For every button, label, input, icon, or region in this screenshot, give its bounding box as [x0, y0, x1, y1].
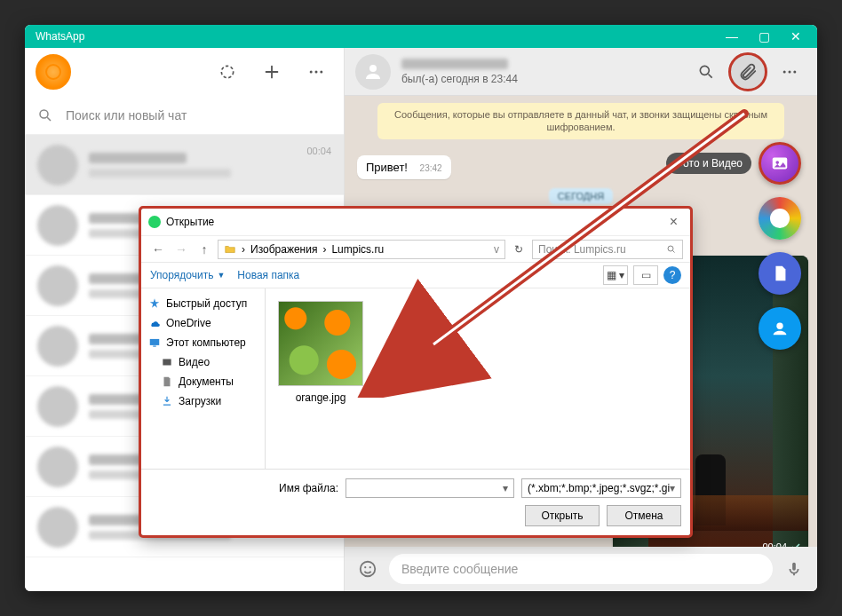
last-seen: был(-а) сегодня в 23:44: [401, 73, 679, 85]
new-folder-button[interactable]: Новая папка: [237, 269, 299, 281]
dialog-navbar: ← → ↑ › Изображения › Lumpics.ru v ↻ Пои…: [141, 235, 690, 262]
search-placeholder: Поиск или новый чат: [66, 108, 187, 122]
svg-point-11: [775, 161, 779, 164]
file-name: orange.jpg: [278, 391, 363, 404]
chat-menu-icon[interactable]: [773, 55, 806, 89]
message-input-placeholder: Введите сообщение: [401, 562, 518, 576]
close-button[interactable]: ✕: [780, 29, 812, 43]
open-button[interactable]: Открыть: [525, 505, 600, 526]
svg-rect-20: [163, 359, 171, 366]
cancel-button[interactable]: Отмена: [607, 505, 681, 526]
dialog-title: Открытие: [166, 216, 214, 228]
svg-rect-18: [150, 339, 160, 345]
dialog-footer: Имя файла: ▾ (*.xbm;*.bmp;*.jpeg;*.svgz;…: [141, 469, 690, 535]
app-window: WhatsApp — ▢ ✕ Поиск или нов: [25, 25, 817, 591]
attach-document-button[interactable]: [759, 252, 801, 295]
attach-contact-button[interactable]: [759, 307, 801, 350]
day-separator: СЕГОДНЯ: [549, 188, 613, 204]
file-thumbnail[interactable]: orange.jpg: [278, 301, 363, 404]
my-avatar[interactable]: [36, 54, 71, 90]
menu-icon[interactable]: [299, 55, 333, 89]
status-icon[interactable]: [210, 55, 244, 89]
search-in-chat-icon[interactable]: [689, 55, 723, 89]
message-input[interactable]: Введите сообщение: [389, 554, 773, 584]
filetype-combo[interactable]: (*.xbm;*.bmp;*.jpeg;*.svgz;*.gi▾: [521, 478, 681, 498]
dialog-titlebar: Открытие ×: [141, 209, 690, 235]
thumbnail-image: [278, 301, 363, 386]
dialog-search[interactable]: Поиск: Lumpics.ru: [532, 240, 683, 259]
tree-downloads[interactable]: Загрузки: [145, 391, 261, 411]
chat-time: 00:04: [306, 146, 331, 156]
tree-this-pc[interactable]: Этот компьютер: [145, 333, 261, 352]
chat-header: был(-а) сегодня в 23:44: [345, 48, 817, 96]
svg-point-1: [310, 71, 313, 74]
titlebar: WhatsApp — ▢ ✕: [25, 25, 817, 48]
contact-avatar[interactable]: [355, 54, 391, 90]
breadcrumb-leaf[interactable]: Lumpics.ru: [331, 243, 384, 256]
svg-point-9: [793, 70, 796, 73]
svg-point-0: [221, 66, 233, 77]
attach-button[interactable]: [728, 52, 767, 91]
folder-tree[interactable]: Быстрый доступ OneDrive Этот компьютер В…: [141, 288, 266, 469]
new-chat-icon[interactable]: [255, 55, 289, 89]
chat-item[interactable]: 00:04: [25, 135, 344, 195]
help-button[interactable]: ?: [663, 266, 681, 284]
filename-input[interactable]: ▾: [346, 478, 514, 498]
video-duration: 00:04: [762, 541, 801, 547]
whatsapp-icon: [148, 216, 161, 228]
svg-rect-19: [153, 346, 156, 347]
svg-point-3: [320, 71, 322, 74]
sidebar-header: [25, 48, 344, 96]
svg-point-13: [361, 562, 376, 577]
tree-documents[interactable]: Документы: [145, 372, 261, 391]
nav-up-button[interactable]: ↑: [195, 242, 214, 257]
breadcrumb-root[interactable]: Изображения: [250, 243, 317, 256]
svg-point-12: [776, 323, 782, 329]
dialog-search-placeholder: Поиск: Lumpics.ru: [538, 243, 626, 256]
file-open-dialog: Открытие × ← → ↑ › Изображения › Lumpics…: [140, 208, 691, 536]
message-input-bar: Введите сообщение: [345, 547, 817, 591]
mic-icon[interactable]: [782, 557, 806, 581]
attach-photo-tooltip: Фото и Видео: [666, 153, 751, 174]
svg-point-4: [40, 110, 48, 118]
filename-label: Имя файла:: [279, 482, 338, 494]
nav-back-button[interactable]: ←: [148, 242, 168, 257]
svg-point-14: [364, 566, 366, 568]
preview-pane-button[interactable]: ▭: [633, 265, 658, 285]
refresh-button[interactable]: ↻: [509, 243, 528, 256]
svg-point-7: [783, 70, 786, 73]
contact-name: [401, 59, 508, 69]
svg-point-2: [315, 71, 318, 74]
attach-photo-video-button[interactable]: [759, 142, 801, 185]
tree-onedrive[interactable]: OneDrive: [145, 313, 261, 333]
dialog-toolbar: Упорядочить ▼ Новая папка ▦ ▾ ▭ ?: [141, 262, 690, 288]
nav-forward-button[interactable]: →: [171, 242, 191, 257]
emoji-icon[interactable]: [355, 557, 380, 581]
maximize-button[interactable]: ▢: [748, 29, 780, 43]
svg-point-6: [700, 66, 709, 75]
organize-menu[interactable]: Упорядочить ▼: [150, 269, 225, 281]
message-text: Привет!: [366, 161, 408, 174]
svg-point-17: [668, 246, 673, 251]
breadcrumb-bar[interactable]: › Изображения › Lumpics.ru v: [218, 240, 505, 259]
svg-rect-16: [792, 563, 796, 571]
message-time: 23:42: [420, 163, 442, 173]
window-title: WhatsApp: [30, 30, 716, 43]
dialog-close-button[interactable]: ×: [664, 214, 683, 230]
svg-point-8: [789, 70, 791, 73]
minimize-button[interactable]: —: [716, 29, 748, 43]
svg-point-5: [369, 65, 377, 72]
tree-quick-access[interactable]: Быстрый доступ: [145, 294, 261, 313]
view-options-button[interactable]: ▦ ▾: [603, 265, 628, 285]
attach-camera-button[interactable]: [759, 197, 801, 240]
encryption-banner: Сообщения, которые вы отправляете в данн…: [377, 103, 784, 139]
tree-video[interactable]: Видео: [145, 352, 261, 372]
message-bubble[interactable]: Привет! 23:42: [357, 155, 451, 179]
chat-avatar: [37, 145, 78, 186]
sidebar-search[interactable]: Поиск или новый чат: [25, 96, 344, 135]
svg-point-15: [369, 566, 371, 568]
file-area[interactable]: orange.jpg: [266, 288, 690, 469]
